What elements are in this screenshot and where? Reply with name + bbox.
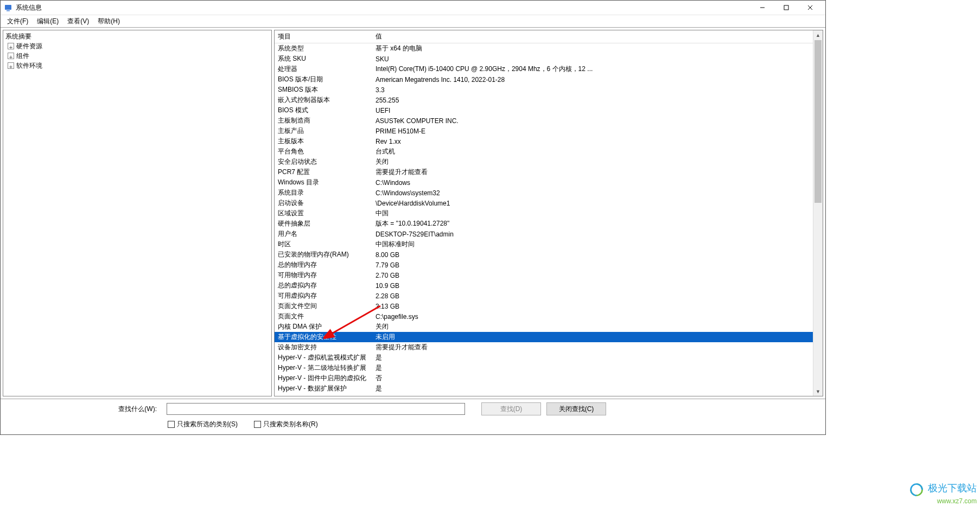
table-row[interactable]: Hyper-V - 固件中启用的虚拟化否 (275, 373, 813, 383)
svg-rect-1 (7, 10, 10, 11)
table-row[interactable]: 用户名DESKTOP-7S29EIT\admin (275, 229, 813, 239)
table-row[interactable]: BIOS 模式UEFI (275, 105, 813, 116)
row-item: 系统 SKU (275, 54, 372, 63)
row-value: C:\Windows (372, 179, 813, 187)
row-value: DESKTOP-7S29EIT\admin (372, 230, 813, 238)
table-row[interactable]: 嵌入式控制器版本255.255 (275, 95, 813, 105)
table-row[interactable]: 页面文件空间3.13 GB (275, 301, 813, 311)
tree-item[interactable]: +硬件资源 (3, 41, 271, 51)
scroll-down-arrow-icon[interactable]: ▼ (813, 387, 823, 396)
row-item: 时区 (275, 240, 372, 249)
column-item[interactable]: 项目 (275, 30, 372, 43)
svg-rect-0 (5, 5, 11, 10)
table-row[interactable]: 设备加密支持需要提升才能查看 (275, 342, 813, 353)
row-value: 2.28 GB (372, 292, 813, 300)
tree-item-label: 硬件资源 (16, 42, 42, 51)
scrollbar-thumb[interactable] (814, 40, 822, 203)
row-value: 版本 = "10.0.19041.2728" (372, 219, 813, 228)
row-item: 区域设置 (275, 209, 372, 218)
row-item: 平台角色 (275, 147, 372, 156)
table-row[interactable]: 处理器Intel(R) Core(TM) i5-10400 CPU @ 2.90… (275, 64, 813, 74)
menu-edit[interactable]: 编辑(E) (33, 16, 63, 27)
table-row[interactable]: 启动设备\Device\HarddiskVolume1 (275, 198, 813, 208)
table-row[interactable]: 时区中国标准时间 (275, 239, 813, 249)
table-row[interactable]: 区域设置中国 (275, 208, 813, 219)
expand-icon[interactable]: + (8, 62, 14, 69)
row-item: 硬件抽象层 (275, 219, 372, 228)
row-value: 关闭 (372, 157, 813, 166)
row-item: 可用物理内存 (275, 271, 372, 280)
table-row[interactable]: 主板制造商ASUSTeK COMPUTER INC. (275, 116, 813, 126)
table-row[interactable]: 基于虚拟化的安全性未启用 (275, 332, 813, 342)
list-body[interactable]: 系统类型基于 x64 的电脑系统 SKUSKU处理器Intel(R) Core(… (275, 43, 813, 394)
row-value: PRIME H510M-E (372, 127, 813, 135)
search-selected-category-checkbox[interactable]: 只搜索所选的类别(S) (168, 420, 238, 429)
table-row[interactable]: 系统目录C:\Windows\system32 (275, 188, 813, 198)
menu-help[interactable]: 帮助(H) (93, 16, 124, 27)
table-row[interactable]: 已安装的物理内存(RAM)8.00 GB (275, 249, 813, 260)
row-value: 255.255 (372, 97, 813, 104)
search-category-names-checkbox[interactable]: 只搜索类别名称(R) (254, 420, 318, 429)
row-item: Hyper-V - 数据扩展保护 (275, 384, 372, 393)
table-row[interactable]: 主板版本Rev 1.xx (275, 136, 813, 146)
list-header[interactable]: 项目 值 (275, 30, 813, 43)
maximize-button[interactable] (774, 1, 798, 15)
row-item: Hyper-V - 虚拟机监视模式扩展 (275, 353, 372, 362)
row-value: 是 (372, 384, 813, 393)
row-item: 主板版本 (275, 137, 372, 146)
close-find-button[interactable]: 关闭查找(C) (546, 402, 606, 415)
table-row[interactable]: 总的虚拟内存10.9 GB (275, 280, 813, 291)
find-button[interactable]: 查找(D) (481, 402, 541, 415)
watermark-logo-icon (909, 482, 924, 497)
body: 系统摘要 +硬件资源+组件+软件环境 项目 值 系统类型基于 x64 的电脑系统… (1, 27, 825, 399)
column-value[interactable]: 值 (372, 30, 813, 43)
table-row[interactable]: Hyper-V - 第二级地址转换扩展是 (275, 363, 813, 373)
row-value: ASUSTeK COMPUTER INC. (372, 117, 813, 125)
row-item: 系统类型 (275, 44, 372, 53)
row-value: Rev 1.xx (372, 138, 813, 145)
checkbox-box-icon (168, 421, 175, 428)
table-row[interactable]: Windows 目录C:\Windows (275, 177, 813, 188)
row-item: 安全启动状态 (275, 157, 372, 166)
table-row[interactable]: 总的物理内存7.79 GB (275, 260, 813, 270)
expand-icon[interactable]: + (8, 53, 14, 59)
tree-item[interactable]: +软件环境 (3, 61, 271, 71)
table-row[interactable]: 系统 SKUSKU (275, 54, 813, 64)
category-tree[interactable]: 系统摘要 +硬件资源+组件+软件环境 (3, 30, 272, 396)
menu-view[interactable]: 查看(V) (63, 16, 93, 27)
tree-item-label: 组件 (16, 52, 29, 61)
row-value: 否 (372, 374, 813, 383)
details-pane: 项目 值 系统类型基于 x64 的电脑系统 SKUSKU处理器Intel(R) … (274, 30, 823, 396)
tree-root[interactable]: 系统摘要 (3, 31, 271, 41)
table-row[interactable]: Hyper-V - 虚拟机监视模式扩展是 (275, 353, 813, 363)
table-row[interactable]: BIOS 版本/日期American Megatrends Inc. 1410,… (275, 74, 813, 85)
row-value: Intel(R) Core(TM) i5-10400 CPU @ 2.90GHz… (372, 65, 813, 74)
table-row[interactable]: Hyper-V - 数据扩展保护是 (275, 383, 813, 394)
tree-root-label: 系统摘要 (5, 32, 31, 41)
table-row[interactable]: 可用物理内存2.70 GB (275, 270, 813, 280)
table-row[interactable]: 可用虚拟内存2.28 GB (275, 291, 813, 301)
close-button[interactable] (798, 1, 822, 15)
table-row[interactable]: 系统类型基于 x64 的电脑 (275, 43, 813, 54)
search-input[interactable] (167, 403, 465, 415)
table-row[interactable]: 页面文件C:\pagefile.sys (275, 311, 813, 322)
row-item: SMBIOS 版本 (275, 85, 372, 94)
expand-icon[interactable]: + (8, 43, 14, 49)
title-bar[interactable]: 系统信息 (1, 1, 825, 15)
table-row[interactable]: 主板产品PRIME H510M-E (275, 126, 813, 136)
search-label: 查找什么(W): (5, 405, 161, 414)
table-row[interactable]: 平台角色台式机 (275, 146, 813, 157)
menu-file[interactable]: 文件(F) (3, 16, 33, 27)
scroll-up-arrow-icon[interactable]: ▲ (813, 30, 823, 40)
table-row[interactable]: 安全启动状态关闭 (275, 157, 813, 167)
table-row[interactable]: SMBIOS 版本3.3 (275, 85, 813, 95)
row-item: 启动设备 (275, 198, 372, 208)
table-row[interactable]: 硬件抽象层版本 = "10.0.19041.2728" (275, 219, 813, 229)
table-row[interactable]: 内核 DMA 保护关闭 (275, 322, 813, 332)
table-row[interactable]: PCR7 配置需要提升才能查看 (275, 167, 813, 177)
minimize-button[interactable] (750, 1, 774, 15)
vertical-scrollbar[interactable]: ▲ ▼ (813, 30, 823, 396)
tree-item[interactable]: +组件 (3, 51, 271, 61)
row-item: 用户名 (275, 229, 372, 239)
row-item: PCR7 配置 (275, 168, 372, 177)
